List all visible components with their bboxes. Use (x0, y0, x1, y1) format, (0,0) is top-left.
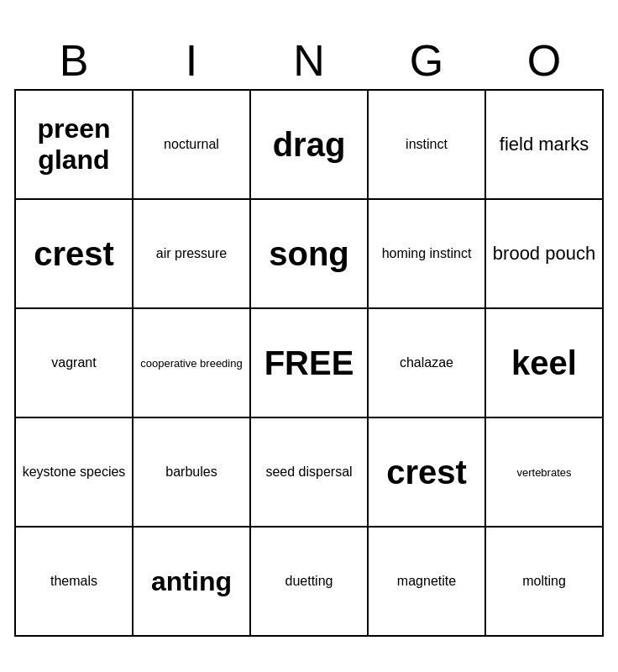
cell-text-r0-c1: nocturnal (164, 137, 219, 152)
cell-r2-c3: chalazae (369, 309, 486, 418)
cell-text-r3-c0: keystone species (23, 465, 126, 480)
cell-text-r0-c3: instinct (406, 137, 448, 152)
cell-r3-c2: seed dispersal (251, 418, 369, 528)
bingo-container: BINGO preen glandnocturnaldraginstinctfi… (15, 35, 603, 637)
cell-text-r0-c2: drag (273, 126, 346, 164)
cell-r3-c0: keystone species (16, 418, 134, 528)
cell-r2-c0: vagrant (16, 309, 134, 418)
cell-text-r1-c1: air pressure (156, 246, 227, 261)
cell-text-r3-c4: vertebrates (516, 466, 571, 479)
header-letter-o: O (485, 35, 603, 86)
header-letter-g: G (368, 35, 485, 86)
cell-text-r1-c0: crest (34, 235, 114, 273)
header-letter-n: N (250, 35, 368, 86)
cell-text-r4-c4: molting (522, 574, 566, 589)
cell-text-r3-c1: barbules (165, 465, 217, 480)
cell-r0-c0: preen gland (16, 91, 134, 200)
cell-r0-c4: field marks (486, 91, 604, 200)
cell-text-r4-c0: themals (50, 574, 97, 589)
cell-r1-c0: crest (16, 200, 134, 309)
cell-text-r2-c1: cooperative breeding (140, 357, 242, 370)
cell-r4-c3: magnetite (369, 528, 486, 637)
bingo-grid: preen glandnocturnaldraginstinctfield ma… (14, 89, 604, 637)
cell-r4-c0: themals (16, 528, 134, 637)
cell-r0-c1: nocturnal (134, 91, 251, 200)
cell-r1-c2: song (251, 200, 369, 309)
cell-text-r4-c2: duetting (285, 574, 333, 589)
cell-r3-c1: barbules (134, 418, 251, 528)
cell-text-r4-c1: anting (151, 566, 232, 597)
cell-text-r1-c3: homing instinct (382, 246, 472, 261)
cell-text-r2-c3: chalazae (400, 355, 453, 370)
cell-text-r1-c2: song (269, 235, 349, 273)
cell-text-r0-c0: preen gland (21, 113, 127, 176)
cell-r1-c1: air pressure (134, 200, 251, 309)
cell-text-r1-c4: brood pouch (493, 243, 595, 265)
header-letter-i: I (133, 35, 250, 86)
header-letter-b: B (15, 35, 133, 86)
bingo-header: BINGO (15, 35, 603, 86)
cell-text-r2-c4: keel (511, 344, 577, 382)
cell-r1-c3: homing instinct (369, 200, 486, 309)
cell-r2-c1: cooperative breeding (134, 309, 251, 418)
cell-r1-c4: brood pouch (486, 200, 604, 309)
cell-r0-c3: instinct (369, 91, 486, 200)
cell-r4-c2: duetting (251, 528, 369, 637)
cell-r4-c4: molting (486, 528, 604, 637)
cell-text-r2-c2: FREE (264, 344, 354, 382)
cell-r4-c1: anting (134, 528, 251, 637)
cell-text-r2-c0: vagrant (51, 355, 96, 370)
cell-text-r0-c4: field marks (500, 134, 589, 155)
cell-text-r4-c3: magnetite (397, 574, 456, 589)
cell-r3-c3: crest (369, 418, 486, 528)
cell-r2-c2: FREE (251, 309, 369, 418)
cell-r2-c4: keel (486, 309, 604, 418)
cell-text-r3-c3: crest (386, 454, 467, 491)
cell-text-r3-c2: seed dispersal (265, 465, 352, 480)
cell-r0-c2: drag (251, 91, 369, 200)
cell-r3-c4: vertebrates (486, 418, 604, 528)
